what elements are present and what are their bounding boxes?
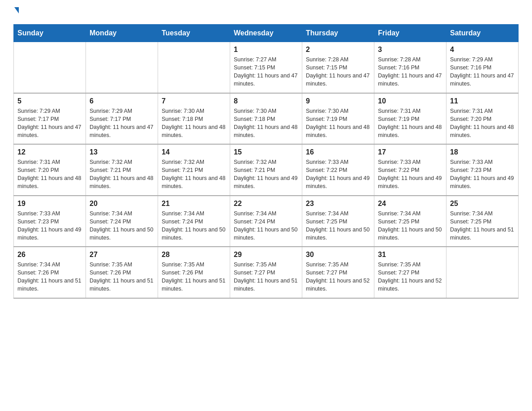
day-number: 20 — [90, 200, 154, 208]
calendar-cell: 6Sunrise: 7:29 AM Sunset: 7:17 PM Daylig… — [86, 93, 158, 145]
day-number: 8 — [234, 97, 298, 105]
day-number: 1 — [234, 46, 298, 54]
day-number: 14 — [162, 148, 226, 156]
day-info: Sunrise: 7:27 AM Sunset: 7:15 PM Dayligh… — [234, 56, 298, 88]
day-info: Sunrise: 7:34 AM Sunset: 7:25 PM Dayligh… — [306, 210, 370, 242]
calendar-cell: 2Sunrise: 7:28 AM Sunset: 7:15 PM Daylig… — [302, 42, 374, 93]
day-number: 7 — [162, 97, 226, 105]
calendar-cell: 13Sunrise: 7:32 AM Sunset: 7:21 PM Dayli… — [86, 144, 158, 196]
calendar-week-5: 26Sunrise: 7:34 AM Sunset: 7:26 PM Dayli… — [14, 247, 519, 298]
calendar-cell: 12Sunrise: 7:31 AM Sunset: 7:20 PM Dayli… — [14, 144, 86, 196]
calendar-week-4: 19Sunrise: 7:33 AM Sunset: 7:23 PM Dayli… — [14, 196, 519, 247]
calendar-cell: 22Sunrise: 7:34 AM Sunset: 7:24 PM Dayli… — [230, 196, 302, 247]
calendar-header-sunday: Sunday — [14, 25, 86, 42]
day-number: 11 — [450, 97, 515, 105]
day-info: Sunrise: 7:35 AM Sunset: 7:27 PM Dayligh… — [378, 261, 442, 293]
calendar-cell: 30Sunrise: 7:35 AM Sunset: 7:27 PM Dayli… — [302, 247, 374, 298]
calendar-cell: 1Sunrise: 7:27 AM Sunset: 7:15 PM Daylig… — [230, 42, 302, 93]
day-info: Sunrise: 7:29 AM Sunset: 7:17 PM Dayligh… — [17, 107, 82, 140]
day-info: Sunrise: 7:31 AM Sunset: 7:20 PM Dayligh… — [450, 107, 515, 140]
day-number: 17 — [378, 148, 442, 156]
calendar-cell: 9Sunrise: 7:30 AM Sunset: 7:19 PM Daylig… — [302, 93, 374, 145]
day-info: Sunrise: 7:30 AM Sunset: 7:18 PM Dayligh… — [162, 107, 226, 140]
logo-arrow-icon — [14, 7, 19, 13]
day-number: 29 — [234, 251, 298, 259]
day-number: 12 — [17, 148, 82, 156]
day-number: 6 — [90, 97, 154, 105]
day-number: 13 — [90, 148, 154, 156]
calendar-week-1: 1Sunrise: 7:27 AM Sunset: 7:15 PM Daylig… — [14, 42, 519, 93]
day-info: Sunrise: 7:32 AM Sunset: 7:21 PM Dayligh… — [234, 158, 298, 191]
calendar-cell: 15Sunrise: 7:32 AM Sunset: 7:21 PM Dayli… — [230, 144, 302, 196]
day-info: Sunrise: 7:33 AM Sunset: 7:22 PM Dayligh… — [306, 158, 370, 191]
day-info: Sunrise: 7:28 AM Sunset: 7:16 PM Dayligh… — [378, 56, 442, 88]
day-number: 25 — [450, 200, 515, 208]
calendar-cell: 19Sunrise: 7:33 AM Sunset: 7:23 PM Dayli… — [14, 196, 86, 247]
calendar-cell: 7Sunrise: 7:30 AM Sunset: 7:18 PM Daylig… — [158, 93, 230, 145]
calendar-week-2: 5Sunrise: 7:29 AM Sunset: 7:17 PM Daylig… — [14, 93, 519, 145]
day-info: Sunrise: 7:34 AM Sunset: 7:24 PM Dayligh… — [162, 210, 226, 242]
day-info: Sunrise: 7:35 AM Sunset: 7:26 PM Dayligh… — [162, 261, 226, 293]
calendar-header-wednesday: Wednesday — [230, 25, 302, 42]
day-info: Sunrise: 7:34 AM Sunset: 7:26 PM Dayligh… — [17, 261, 82, 293]
calendar-header-row: SundayMondayTuesdayWednesdayThursdayFrid… — [14, 25, 519, 42]
day-number: 10 — [378, 97, 442, 105]
calendar-cell — [86, 42, 158, 93]
calendar-header-tuesday: Tuesday — [158, 25, 230, 42]
calendar-cell: 20Sunrise: 7:34 AM Sunset: 7:24 PM Dayli… — [86, 196, 158, 247]
calendar-week-3: 12Sunrise: 7:31 AM Sunset: 7:20 PM Dayli… — [14, 144, 519, 196]
day-info: Sunrise: 7:32 AM Sunset: 7:21 PM Dayligh… — [162, 158, 226, 191]
day-number: 15 — [234, 148, 298, 156]
calendar-cell: 3Sunrise: 7:28 AM Sunset: 7:16 PM Daylig… — [374, 42, 446, 93]
calendar-cell — [14, 42, 86, 93]
calendar-cell: 21Sunrise: 7:34 AM Sunset: 7:24 PM Dayli… — [158, 196, 230, 247]
day-number: 28 — [162, 251, 226, 259]
day-info: Sunrise: 7:29 AM Sunset: 7:17 PM Dayligh… — [90, 107, 154, 140]
calendar-cell: 23Sunrise: 7:34 AM Sunset: 7:25 PM Dayli… — [302, 196, 374, 247]
day-info: Sunrise: 7:35 AM Sunset: 7:27 PM Dayligh… — [306, 261, 370, 293]
calendar-cell: 4Sunrise: 7:29 AM Sunset: 7:16 PM Daylig… — [446, 42, 519, 93]
day-number: 22 — [234, 200, 298, 208]
day-info: Sunrise: 7:33 AM Sunset: 7:22 PM Dayligh… — [378, 158, 442, 191]
day-number: 16 — [306, 148, 370, 156]
day-number: 30 — [306, 251, 370, 259]
calendar-cell: 27Sunrise: 7:35 AM Sunset: 7:26 PM Dayli… — [86, 247, 158, 298]
day-number: 26 — [17, 251, 82, 259]
calendar-cell: 26Sunrise: 7:34 AM Sunset: 7:26 PM Dayli… — [14, 247, 86, 298]
day-info: Sunrise: 7:28 AM Sunset: 7:15 PM Dayligh… — [306, 56, 370, 88]
calendar-cell: 5Sunrise: 7:29 AM Sunset: 7:17 PM Daylig… — [14, 93, 86, 145]
calendar-cell: 16Sunrise: 7:33 AM Sunset: 7:22 PM Dayli… — [302, 144, 374, 196]
day-number: 24 — [378, 200, 442, 208]
day-info: Sunrise: 7:30 AM Sunset: 7:19 PM Dayligh… — [306, 107, 370, 140]
calendar-cell: 24Sunrise: 7:34 AM Sunset: 7:25 PM Dayli… — [374, 196, 446, 247]
day-number: 21 — [162, 200, 226, 208]
calendar-cell: 25Sunrise: 7:34 AM Sunset: 7:25 PM Dayli… — [446, 196, 519, 247]
day-info: Sunrise: 7:31 AM Sunset: 7:20 PM Dayligh… — [17, 158, 82, 191]
day-info: Sunrise: 7:34 AM Sunset: 7:24 PM Dayligh… — [234, 210, 298, 242]
day-info: Sunrise: 7:33 AM Sunset: 7:23 PM Dayligh… — [17, 210, 82, 242]
logo — [13, 9, 21, 15]
calendar-header-monday: Monday — [86, 25, 158, 42]
day-info: Sunrise: 7:35 AM Sunset: 7:27 PM Dayligh… — [234, 261, 298, 293]
calendar-cell — [446, 247, 519, 298]
day-number: 5 — [17, 97, 82, 105]
day-number: 23 — [306, 200, 370, 208]
calendar-header-friday: Friday — [374, 25, 446, 42]
day-info: Sunrise: 7:34 AM Sunset: 7:25 PM Dayligh… — [450, 210, 515, 242]
calendar-cell — [158, 42, 230, 93]
day-number: 9 — [306, 97, 370, 105]
page-header — [13, 9, 519, 15]
calendar-cell: 31Sunrise: 7:35 AM Sunset: 7:27 PM Dayli… — [374, 247, 446, 298]
day-number: 19 — [17, 200, 82, 208]
day-info: Sunrise: 7:29 AM Sunset: 7:16 PM Dayligh… — [450, 56, 515, 88]
day-number: 3 — [378, 46, 442, 54]
calendar-header-thursday: Thursday — [302, 25, 374, 42]
calendar-cell: 18Sunrise: 7:33 AM Sunset: 7:23 PM Dayli… — [446, 144, 519, 196]
day-info: Sunrise: 7:31 AM Sunset: 7:19 PM Dayligh… — [378, 107, 442, 140]
calendar-cell: 29Sunrise: 7:35 AM Sunset: 7:27 PM Dayli… — [230, 247, 302, 298]
calendar-header-saturday: Saturday — [446, 25, 519, 42]
calendar-cell: 28Sunrise: 7:35 AM Sunset: 7:26 PM Dayli… — [158, 247, 230, 298]
day-info: Sunrise: 7:30 AM Sunset: 7:18 PM Dayligh… — [234, 107, 298, 140]
calendar-table: SundayMondayTuesdayWednesdayThursdayFrid… — [13, 24, 519, 299]
day-number: 31 — [378, 251, 442, 259]
